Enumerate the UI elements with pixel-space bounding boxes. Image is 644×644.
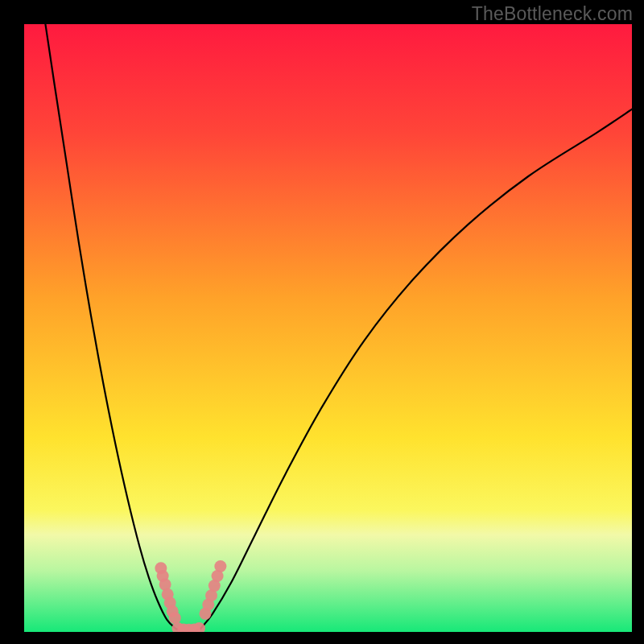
- chart-svg: [24, 24, 632, 632]
- chart-frame: TheBottleneck.com: [0, 0, 644, 644]
- watermark-text: TheBottleneck.com: [472, 3, 633, 25]
- gradient-background: [24, 24, 632, 632]
- marker-dot: [214, 560, 226, 572]
- plot-area: [24, 24, 632, 632]
- marker-dot: [169, 612, 181, 624]
